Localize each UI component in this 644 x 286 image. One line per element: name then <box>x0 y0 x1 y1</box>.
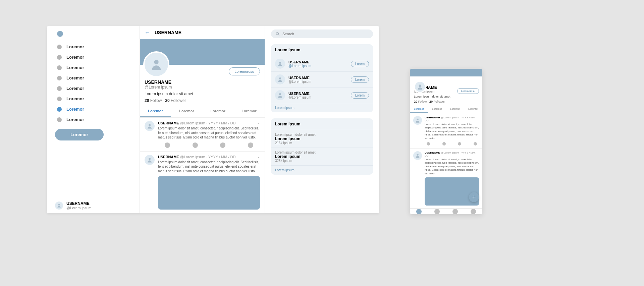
suggest-handle: @Lorem ipsum <box>288 96 311 99</box>
suggest-handle: @Lorem ipsum <box>288 80 311 83</box>
tab-1[interactable]: Loremor <box>171 106 202 117</box>
fab-compose-button[interactable]: + <box>469 192 479 202</box>
nav-label: Loremor <box>66 65 84 70</box>
desktop-frame: LoremorLoremorLoremorLoremorLoremorLorem… <box>47 26 379 213</box>
sidebar-item-2[interactable]: Loremor <box>55 62 133 73</box>
like-icon[interactable] <box>458 142 461 146</box>
sidebar-item-1[interactable]: Loremor <box>55 52 133 62</box>
repost-icon[interactable] <box>442 142 446 146</box>
suggest-name: USERNAME <box>288 92 311 96</box>
sidebar-user-name: USERNAME <box>66 201 92 206</box>
suggest-row[interactable]: USERNAME@Lorem ipsumLorem <box>271 87 373 103</box>
post-avatar[interactable] <box>145 121 155 131</box>
post-media[interactable] <box>158 176 260 210</box>
suggest-row[interactable]: USERNAME@Lorem ipsumLorem <box>271 71 373 87</box>
profile-avatar[interactable] <box>143 51 169 77</box>
mobile-tab-2[interactable]: Loremor <box>446 105 464 113</box>
avatar-icon <box>275 59 285 69</box>
trend-row[interactable]: Lorem ipsum dolor sit ametLorem ipsum325… <box>271 148 373 165</box>
avatar-icon <box>275 90 285 100</box>
sidebar-user[interactable]: USERNAME @Lorem ipsum <box>55 201 92 210</box>
follow-button[interactable]: Lorem <box>351 61 369 67</box>
profile-handle: @Lorem ipsum <box>145 85 260 90</box>
svg-point-2 <box>149 124 151 126</box>
avatar-icon <box>55 202 63 210</box>
post-avatar[interactable] <box>145 155 155 165</box>
svg-point-0 <box>58 204 60 206</box>
suggest-row[interactable]: USERNAME@Lorem ipsumLorem <box>271 56 373 71</box>
trend-count: 216k ipsum <box>275 141 369 145</box>
nav-label: Loremor <box>66 44 84 49</box>
share-icon[interactable] <box>248 142 253 148</box>
mobile-nav-2[interactable] <box>434 209 440 214</box>
suggest-name: USERNAME <box>288 60 311 64</box>
tab-0[interactable]: Loremor <box>140 106 171 117</box>
mobile-profile-stats: 20 Follow 20 Follower <box>414 100 478 103</box>
trend-context: Lorem ipsum dolor sit amet <box>275 151 369 154</box>
mobile-avatar[interactable] <box>414 81 426 93</box>
search-input[interactable] <box>282 32 368 36</box>
post-actions <box>425 140 479 146</box>
post[interactable]: USERNAME @Lorem ipsum · YYYY / MM / DD⌄L… <box>140 118 265 152</box>
nav-icon <box>57 86 62 91</box>
mobile-tab-1[interactable]: Loremor <box>428 105 446 113</box>
svg-point-6 <box>279 62 281 64</box>
post-text: Lorem ipsum dolor sit amet, consectetur … <box>425 123 479 140</box>
post-avatar[interactable] <box>413 116 422 125</box>
post-header: USERNAME @Lorem ipsum · YYYY / MM / DD <box>425 116 479 122</box>
mobile-tab-0[interactable]: Loremor <box>410 105 428 113</box>
logo-icon[interactable] <box>57 31 63 37</box>
nav-icon <box>57 107 62 112</box>
chevron-down-icon[interactable]: ⌄ <box>257 155 260 159</box>
main-header: ← USERNAME <box>140 26 265 39</box>
svg-point-1 <box>154 60 158 64</box>
trend-row[interactable]: Lorem ipsum dolor sit ametLorem ipsum216… <box>271 130 373 148</box>
mobile-action-button[interactable]: Loremorosu <box>457 88 479 94</box>
trends-show-more[interactable]: Lorem ipsum <box>271 165 373 175</box>
tab-2[interactable]: Loremor <box>202 106 233 117</box>
sidebar-item-3[interactable]: Loremor <box>55 73 133 83</box>
follow-button[interactable]: Lorem <box>351 76 369 83</box>
reply-icon[interactable] <box>165 142 170 148</box>
sidebar: LoremorLoremorLoremorLoremorLoremorLorem… <box>47 26 140 213</box>
tab-3[interactable]: Loremor <box>233 106 265 117</box>
nav-icon <box>57 55 62 60</box>
sidebar-item-4[interactable]: Loremor <box>55 83 133 94</box>
suggest-name: USERNAME <box>288 76 311 80</box>
chevron-down-icon[interactable]: ⌄ <box>257 121 260 125</box>
svg-point-4 <box>276 33 279 35</box>
trends-card: Lorem ipsum Lorem ipsum dolor sit ametLo… <box>271 118 373 175</box>
mobile-nav-4[interactable] <box>471 209 476 214</box>
plus-icon: + <box>472 194 476 201</box>
sidebar-item-0[interactable]: Loremor <box>55 42 133 52</box>
sidebar-item-5[interactable]: Loremor <box>55 94 133 104</box>
compose-button[interactable]: Loremor <box>55 129 104 140</box>
mobile-profile-bio: Lorem ipsum dolor sit amet <box>414 95 478 98</box>
nav-label: Loremor <box>66 86 84 91</box>
suggest-show-more[interactable]: Lorem ipsum <box>271 103 373 112</box>
post-avatar[interactable] <box>413 151 422 160</box>
mobile-nav-home[interactable] <box>416 209 422 214</box>
nav-icon <box>57 97 62 101</box>
sidebar-item-6[interactable]: Loremor <box>55 104 133 114</box>
nav-icon <box>57 45 62 49</box>
back-arrow-icon[interactable]: ← <box>145 30 150 36</box>
like-icon[interactable] <box>220 142 225 148</box>
post-header: USERNAME @Lorem ipsum · YYYY / MM / DD <box>425 151 479 157</box>
svg-point-3 <box>149 158 151 160</box>
mobile-post[interactable]: USERNAME @Lorem ipsum · YYYY / MM / DDLo… <box>410 113 482 149</box>
post[interactable]: USERNAME @Lorem ipsum · YYYY / MM / DD⌄L… <box>140 152 265 214</box>
reply-icon[interactable] <box>427 142 430 146</box>
search-box[interactable] <box>271 30 373 38</box>
follow-button[interactable]: Lorem <box>351 92 369 99</box>
mobile-nav-3[interactable] <box>452 209 458 214</box>
svg-point-10 <box>417 119 418 120</box>
nav-label: Loremor <box>66 117 84 122</box>
profile-action-button[interactable]: Loremorosu <box>229 67 260 75</box>
share-icon[interactable] <box>474 142 477 146</box>
profile-stats: 20 Follow 20 Follower <box>145 98 260 103</box>
sidebar-item-7[interactable]: Loremor <box>55 114 133 125</box>
mobile-tab-3[interactable]: Loremor <box>464 105 482 113</box>
trend-context: Lorem ipsum dolor sit amet <box>275 133 369 136</box>
repost-icon[interactable] <box>193 142 198 148</box>
